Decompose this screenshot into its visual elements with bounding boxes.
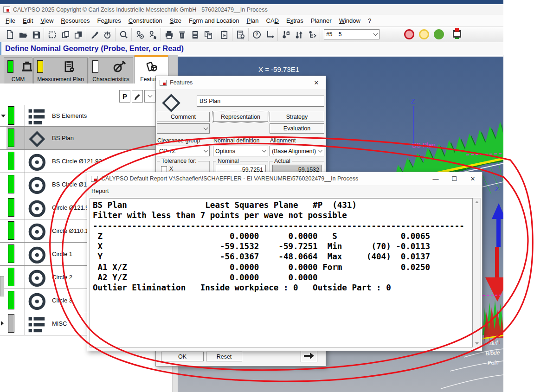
status-bar [8,291,14,309]
paste-icon [73,30,83,39]
report-list-icon [190,30,200,39]
tree-row-bs-elements[interactable]: BS Elements [0,105,176,127]
save-icon [31,30,41,39]
menu-edit[interactable]: Edit [19,15,37,26]
comment-button[interactable]: Comment [157,112,210,122]
probe-tree-button[interactable] [305,28,318,41]
report-titlebar[interactable]: CALYPSO Default Report V:\Schaefler\!SCH… [87,172,482,185]
tolerance-x-label: X [169,166,173,172]
close-icon[interactable]: ✕ [307,76,326,89]
window-top-strip [0,0,503,4]
nominal-definition-dropdown[interactable]: Options [213,146,268,156]
tree-row-bs-circle-121.92[interactable]: BS Circle Ø121.92 [0,150,176,173]
maximize-icon[interactable]: ☐ [445,172,463,185]
minimize-icon[interactable]: — [426,172,445,185]
menu-plan[interactable]: Plan [243,15,262,26]
alignment-dropdown[interactable]: (Base Alignment) [270,146,324,156]
ok-button[interactable]: OK [161,352,204,361]
cmm-status-lights [402,29,446,39]
search-button[interactable] [117,28,130,41]
edit-feature-button[interactable] [132,90,143,103]
evaluation-button[interactable]: Evaluation [270,123,324,134]
run-clipboard-button[interactable] [218,28,231,41]
help-button[interactable]: ? [250,28,263,41]
select-marquee-button[interactable] [45,28,58,41]
next-feature-button[interactable] [301,349,317,362]
red-arrow-head [485,277,503,302]
main-titlebar[interactable]: CALYPSO 2025 Copyright © Carl Zeiss Indu… [0,4,503,15]
tab-status-swatch [92,60,98,73]
menu-view[interactable]: View [37,15,57,26]
tolerance-for-label: Tolerance for: [160,158,198,164]
chevron-down-icon [204,125,208,130]
chevron-down-icon [204,148,208,153]
paste-button[interactable] [71,28,84,41]
menu-extras[interactable]: Extras [283,15,307,26]
tab-measurement-plan[interactable]: Measurement Plan [33,57,88,84]
probe-selector-dropdown[interactable]: #5 5 [324,29,380,39]
features-edit-icon [148,30,158,39]
clearance-group-dropdown[interactable]: CP +Z [157,146,210,156]
menu-size[interactable]: Size [166,15,185,26]
menu-resources[interactable]: Resources [57,15,93,26]
probe-gauge-button[interactable] [101,28,114,41]
tab-characteristics[interactable]: Characteristics [89,57,133,84]
expander-down-icon[interactable] [1,115,6,117]
menu-window[interactable]: Window [335,15,364,26]
feature-name-input[interactable]: BS Plan [197,96,324,107]
toolbar-group: ? [249,28,278,41]
menu-form-and-location[interactable]: Form and Location [185,15,243,26]
comment-type-dropdown[interactable] [157,123,210,134]
more-options-button[interactable] [144,90,155,103]
blue-arrow-shaft [496,218,501,247]
save-button[interactable] [29,28,42,41]
status-red-light[interactable] [404,29,414,39]
menu-features[interactable]: Features [93,15,124,26]
mode-header: Define Nominal Geometry (Probe, Enter, o… [0,42,503,55]
report-menu-item[interactable]: Report [87,186,113,196]
new-file-button[interactable] [3,28,16,41]
scroll-down-icon[interactable] [475,342,479,345]
tab-label: Measurement Plan [34,76,87,83]
menu-construction[interactable]: Construction [125,15,166,26]
tab-cmm[interactable]: CMM [4,57,32,84]
menu-planner[interactable]: Planner [307,15,335,26]
copy-report-button[interactable] [201,28,214,41]
open-file-button[interactable] [16,28,29,41]
representation-button[interactable]: Representation [213,112,268,122]
strategy-button[interactable]: Strategy [270,112,324,122]
scroll-up-icon[interactable] [475,201,479,203]
features-edit-button[interactable] [146,28,159,41]
tree-item-label: BS Circle Ø121.92 [52,158,102,165]
close-icon[interactable]: ✕ [463,172,482,185]
certificate-button[interactable] [234,28,247,41]
tree-item-label: BS Plan [52,135,74,141]
alignment-label: Alignment [270,137,296,144]
print-button[interactable] [162,28,175,41]
probe-hand-button[interactable] [279,28,292,41]
probe-mode-button[interactable]: P [119,90,130,103]
tree-scrollbar-thumb[interactable] [0,276,4,296]
report-window: CALYPSO Default Report V:\Schaefler\!SCH… [87,172,483,351]
menu-cad[interactable]: CAD [263,15,283,26]
features-settings-button[interactable] [133,28,146,41]
report-list-button[interactable] [188,28,201,41]
features-dialog-titlebar[interactable]: Features ✕ [156,76,326,89]
probe-updown-button[interactable] [292,28,305,41]
status-green-light[interactable] [434,29,444,39]
brush-icon [90,30,99,39]
probe-rack-button[interactable] [451,27,463,42]
tree-row-bs-plan[interactable]: BS Plan [0,127,176,150]
menu-file[interactable]: File [2,15,19,26]
expander-right-icon[interactable] [1,321,4,326]
coordinate-system-button[interactable] [263,28,276,41]
brush-button[interactable] [88,28,101,41]
report-scrollbar[interactable] [473,198,481,347]
delete-button[interactable] [175,28,188,41]
copy-button[interactable] [58,28,71,41]
report-content[interactable]: BS Plan Least Squares Plane #P (431) Fil… [90,198,473,347]
reset-button[interactable]: Reset [206,352,242,361]
status-yellow-light[interactable] [419,29,429,39]
blue-arrow-head [492,203,503,219]
menu-help[interactable]: ? [364,15,375,26]
